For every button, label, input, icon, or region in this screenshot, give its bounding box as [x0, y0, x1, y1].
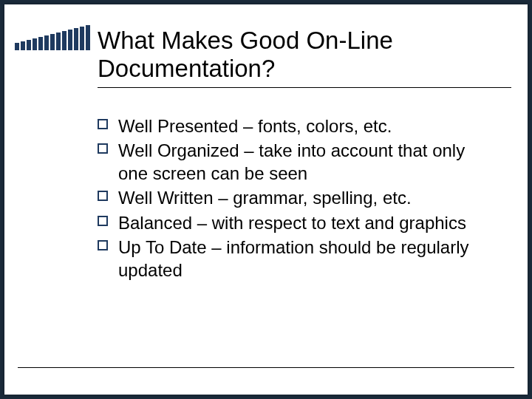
title-underline: [98, 87, 511, 88]
checkbox-icon: [98, 119, 108, 129]
list-item: Up To Date – information should be regul…: [98, 236, 489, 282]
bullet-text: Balanced – with respect to text and grap…: [118, 213, 466, 233]
checkbox-icon: [98, 191, 108, 201]
bullet-text: Well Presented – fonts, colors, etc.: [118, 116, 392, 136]
bullet-text: Up To Date – information should be regul…: [118, 237, 469, 280]
list-item: Balanced – with respect to text and grap…: [98, 211, 489, 234]
checkbox-icon: [98, 143, 108, 154]
list-item: Well Written – grammar, spelling, etc.: [98, 186, 489, 209]
checkbox-icon: [98, 240, 108, 250]
list-item: Well Organized – take into account that …: [98, 139, 489, 185]
bullet-list: Well Presented – fonts, colors, etc. Wel…: [98, 115, 489, 282]
slide-title: What Makes Good On-Line Documentation?: [98, 27, 511, 83]
decorative-bars: [15, 25, 90, 50]
bullet-text: Well Organized – take into account that …: [118, 140, 465, 183]
bullet-text: Well Written – grammar, spelling, etc.: [118, 188, 412, 208]
slide: What Makes Good On-Line Documentation? W…: [4, 4, 528, 395]
content-area: What Makes Good On-Line Documentation? W…: [98, 27, 511, 283]
bottom-rule: [18, 367, 514, 368]
checkbox-icon: [98, 216, 108, 226]
list-item: Well Presented – fonts, colors, etc.: [98, 115, 489, 137]
